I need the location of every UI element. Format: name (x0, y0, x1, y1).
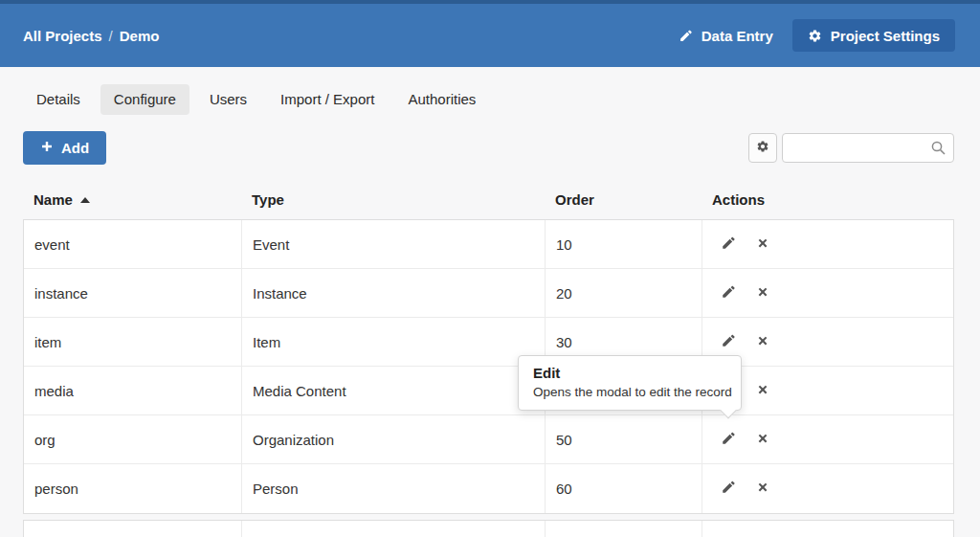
cell-name: event (24, 220, 242, 268)
cell-name: media (24, 367, 242, 414)
tab-bar: Details Configure Users Import / Export … (23, 84, 957, 115)
cell-actions (702, 220, 953, 268)
tab-details[interactable]: Details (23, 84, 94, 115)
edit-tooltip: Edit Opens the modal to edit the record (518, 355, 742, 411)
plus-icon (40, 140, 54, 156)
x-icon (756, 481, 769, 497)
data-entry-label: Data Entry (702, 28, 773, 44)
cell-order: 20 (546, 269, 702, 317)
cell-actions (702, 464, 953, 513)
magnifier-icon (930, 140, 947, 160)
cell-name (24, 521, 242, 537)
toolbar-right (748, 133, 954, 163)
delete-row-button[interactable] (756, 285, 769, 302)
table-body: event Event 10 instance Instance 20 item (23, 219, 954, 514)
add-button[interactable]: Add (23, 131, 106, 165)
table-row-partial (23, 520, 954, 537)
pencil-icon (721, 480, 736, 498)
breadcrumb-all-projects-link[interactable]: All Projects (23, 28, 102, 44)
column-header-order[interactable]: Order (545, 191, 702, 208)
column-header-actions: Actions (702, 191, 954, 208)
app-header: All Projects / Demo Data Entry Project S… (0, 4, 980, 67)
cell-type: Media Content (242, 367, 546, 414)
tab-configure[interactable]: Configure (100, 84, 189, 115)
tooltip-body: Opens the modal to edit the record (533, 385, 726, 399)
pencil-icon (721, 284, 736, 302)
table-header-row: Name Type Order Actions (23, 180, 954, 219)
search-box (782, 133, 954, 163)
gear-icon (808, 29, 822, 43)
column-header-type[interactable]: Type (241, 191, 545, 208)
table-row-media: media Media Content (24, 367, 953, 415)
cell-type: Event (242, 220, 546, 268)
table-row-item: item Item 30 (24, 318, 953, 367)
data-entry-button[interactable]: Data Entry (679, 28, 773, 44)
edit-row-button[interactable] (721, 235, 736, 254)
edit-row-button[interactable] (721, 284, 736, 302)
cell-type: Person (242, 464, 546, 513)
tooltip-title: Edit (533, 365, 726, 381)
delete-row-button[interactable] (756, 334, 769, 350)
breadcrumb: All Projects / Demo (23, 28, 159, 44)
edit-row-button[interactable] (721, 333, 736, 351)
cell-name: item (24, 318, 242, 366)
table-row-person: person Person 60 (24, 464, 953, 513)
cell-type (242, 521, 546, 537)
records-table: Name Type Order Actions event Event 10 i… (23, 180, 954, 537)
pencil-icon (721, 431, 736, 449)
project-configure-page: All Projects / Demo Data Entry Project S… (0, 0, 980, 537)
x-icon (756, 334, 769, 350)
cell-name: instance (24, 269, 242, 317)
breadcrumb-separator: / (109, 28, 113, 44)
cell-actions (702, 269, 953, 317)
cell-order: 10 (546, 220, 702, 268)
cell-type: Instance (242, 269, 546, 317)
x-icon (756, 383, 769, 399)
pencil-icon (721, 235, 736, 254)
delete-row-button[interactable] (756, 236, 769, 253)
x-icon (756, 236, 769, 253)
table-row-instance: instance Instance 20 (24, 269, 953, 318)
cell-actions (702, 521, 953, 537)
cell-type: Organization (242, 415, 546, 463)
cell-actions (702, 415, 953, 463)
table-settings-button[interactable] (748, 133, 777, 163)
project-settings-label: Project Settings (831, 28, 940, 44)
x-icon (756, 285, 769, 302)
search-input[interactable] (782, 133, 954, 163)
edit-row-button[interactable] (721, 480, 736, 498)
table-toolbar: Add (23, 131, 954, 165)
x-icon (756, 432, 769, 448)
delete-row-button[interactable] (756, 432, 769, 448)
table-row-org: org Organization 50 (24, 415, 953, 464)
gear-icon (756, 140, 769, 157)
cell-order: 60 (546, 464, 702, 513)
project-settings-button[interactable]: Project Settings (792, 19, 955, 52)
cell-type: Item (242, 318, 546, 366)
cell-name: person (24, 464, 242, 513)
header-actions: Data Entry Project Settings (679, 19, 955, 52)
cell-order (546, 521, 702, 537)
tab-import-export[interactable]: Import / Export (267, 84, 388, 115)
pencil-icon (679, 29, 693, 43)
tab-users[interactable]: Users (196, 84, 260, 115)
column-header-name[interactable]: Name (23, 191, 241, 208)
cell-name: org (24, 415, 242, 463)
breadcrumb-current-project: Demo (120, 28, 160, 44)
sort-ascending-icon (80, 197, 90, 203)
tab-authorities[interactable]: Authorities (394, 84, 489, 115)
edit-row-button[interactable] (721, 431, 736, 449)
cell-order: 50 (546, 415, 702, 463)
pencil-icon (721, 333, 736, 351)
delete-row-button[interactable] (756, 383, 769, 399)
add-button-label: Add (61, 140, 89, 156)
delete-row-button[interactable] (756, 481, 769, 497)
table-row-event: event Event 10 (24, 220, 953, 269)
